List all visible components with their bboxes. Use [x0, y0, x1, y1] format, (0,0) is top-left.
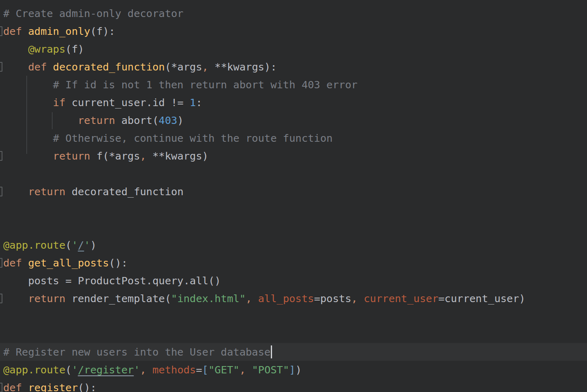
token-txt: =posts [314, 292, 351, 305]
code-line[interactable]: @app.route('/register', methods=["GET", … [0, 361, 587, 379]
token-linkb: / [78, 239, 84, 251]
token-kw: , [246, 292, 252, 305]
fold-marker-sliver[interactable] [0, 26, 2, 36]
code-line[interactable]: return abort(403) [0, 111, 587, 129]
code-line[interactable] [0, 218, 587, 236]
token-txt: decorated_function [72, 185, 183, 198]
token-txt: ( [66, 364, 72, 376]
token-str: ' [134, 364, 140, 376]
token-kw: def [3, 381, 28, 392]
token-fn: get_all_posts [28, 257, 109, 269]
token-kw: def [3, 25, 28, 37]
token-brk: ] [289, 364, 295, 376]
token-txt [3, 43, 28, 55]
token-kw: , [140, 364, 146, 376]
code-line[interactable]: posts = ProductPost.query.all() [0, 272, 587, 290]
token-txt: = [196, 364, 202, 376]
token-com: # Register new users into the User datab… [3, 346, 270, 358]
token-str: ' [84, 239, 90, 251]
token-deco: @app.route [3, 239, 66, 251]
code-line[interactable]: @wraps(f) [0, 40, 587, 58]
token-kw: if [53, 96, 72, 109]
token-kw: , [202, 61, 208, 73]
token-kw: , [351, 292, 357, 305]
fold-marker-sliver[interactable] [0, 294, 2, 303]
token-str: "POST" [252, 364, 289, 376]
token-txt: (): [109, 257, 128, 269]
token-fn: admin_only [28, 25, 90, 37]
token-txt: (f): [90, 25, 115, 37]
token-txt: render_template( [72, 292, 171, 305]
token-txt [357, 292, 364, 305]
token-txt: (f) [66, 43, 84, 55]
token-txt [3, 79, 53, 91]
token-txt [3, 61, 28, 73]
token-brk: [ [202, 364, 208, 376]
code-editor[interactable]: # Create admin-only decoratordef admin_o… [0, 0, 587, 392]
fold-marker-sliver[interactable] [0, 62, 2, 72]
token-kw: def [28, 61, 53, 73]
code-line[interactable]: def admin_only(f): [0, 22, 587, 40]
token-kwarg: all_posts [258, 292, 314, 305]
fold-marker-sliver[interactable] [0, 383, 2, 392]
token-txt [3, 292, 28, 305]
fold-marker-sliver[interactable] [0, 258, 2, 268]
code-line[interactable] [0, 165, 587, 183]
code-line[interactable]: @app.route('/') [0, 236, 587, 254]
token-txt [252, 292, 258, 305]
token-deco: @app.route [3, 364, 66, 376]
token-kw: return [28, 185, 71, 198]
token-txt: ( [66, 239, 72, 251]
code-line[interactable]: def get_all_posts(): [0, 254, 587, 272]
token-fn: decorated_function [53, 61, 165, 73]
code-line[interactable] [0, 307, 587, 325]
token-txt: current_user.id != [72, 96, 190, 109]
fold-marker-sliver[interactable] [0, 187, 2, 196]
token-txt [146, 364, 152, 376]
token-txt: =current_user) [438, 292, 525, 305]
token-txt: (): [78, 381, 96, 392]
code-line[interactable] [0, 200, 587, 218]
token-kw: , [239, 364, 245, 376]
token-txt: : [196, 96, 202, 109]
token-txt [3, 114, 78, 126]
token-str: "GET" [208, 364, 240, 376]
token-kwarg: current_user [364, 292, 438, 305]
token-kw: , [140, 150, 146, 162]
token-txt: f(*args [96, 150, 140, 162]
code-line[interactable]: return decorated_function [0, 183, 587, 200]
fold-marker-sliver[interactable] [0, 151, 2, 161]
token-txt: ) [296, 364, 302, 376]
token-txt [3, 185, 28, 198]
code-line[interactable]: return f(*args, **kwargs) [0, 147, 587, 165]
token-com: # If id is not 1 then return abort with … [53, 79, 357, 91]
code-line[interactable]: if current_user.id != 1: [0, 94, 587, 111]
code-line[interactable]: def decorated_function(*args, **kwargs): [0, 58, 587, 76]
token-txt: abort( [121, 114, 159, 126]
code-line-current[interactable]: # Register new users into the User datab… [0, 343, 587, 361]
token-txt [3, 150, 53, 162]
token-kw: return [28, 292, 71, 305]
token-kw: def [3, 257, 28, 269]
code-line[interactable]: # If id is not 1 then return abort with … [0, 76, 587, 94]
code-line[interactable]: def register(): [0, 379, 587, 392]
token-num: 1 [190, 96, 196, 109]
code-line[interactable]: # Otherwise, continue with the route fun… [0, 129, 587, 147]
token-txt: **kwargs) [146, 150, 208, 162]
code-line[interactable] [0, 325, 587, 343]
token-txt: **kwargs): [208, 61, 277, 73]
token-str: ' [72, 364, 78, 376]
text-caret [271, 345, 272, 358]
code-line[interactable]: # Create admin-only decorator [0, 4, 587, 22]
token-fn: register [28, 381, 78, 392]
token-com: # Create admin-only decorator [3, 7, 183, 19]
token-txt: posts = ProductPost.query.all() [3, 275, 221, 287]
token-deco: @wraps [28, 43, 65, 55]
token-str: "index.html" [171, 292, 246, 305]
token-kw: return [78, 114, 121, 126]
token-txt [246, 364, 252, 376]
token-txt [3, 132, 53, 144]
token-txt: ) [90, 239, 96, 251]
code-line[interactable]: return render_template("index.html", all… [0, 290, 587, 307]
token-num: 403 [159, 114, 177, 126]
